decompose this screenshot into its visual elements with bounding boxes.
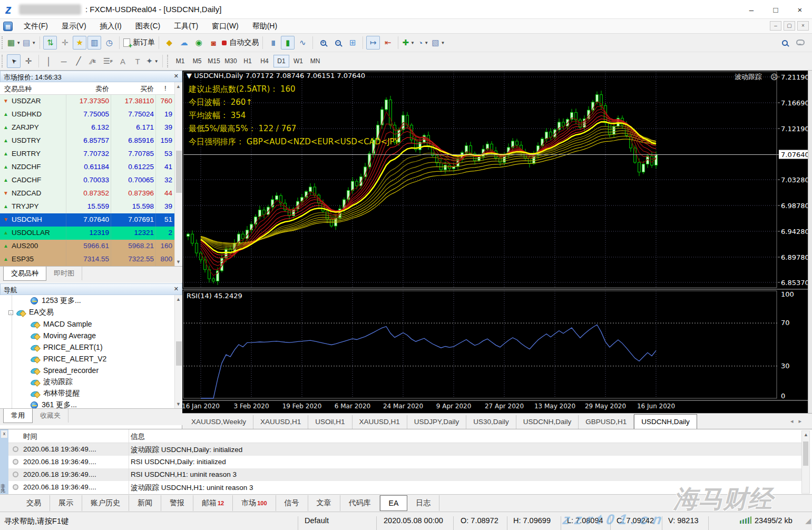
navigator-item[interactable]: Spread_recorder bbox=[0, 365, 174, 376]
market-watch-row[interactable]: ▲USDOLLAR12319123212 bbox=[0, 227, 174, 240]
child-restore-icon[interactable]: ▢ bbox=[784, 21, 795, 31]
child-minimize-icon[interactable]: – bbox=[770, 21, 781, 31]
navigator-item[interactable]: 1253 更多... bbox=[0, 295, 174, 307]
market-store-button[interactable]: ◙ bbox=[207, 36, 220, 50]
market-watch-row[interactable]: ▲ZARJPY6.1326.17139 bbox=[0, 121, 174, 134]
chart-tab-4[interactable]: USDJPY,Daily bbox=[407, 415, 466, 429]
col-message[interactable]: 信息 bbox=[131, 432, 145, 441]
zoom-in-button[interactable]: + bbox=[316, 36, 330, 50]
terminal-tab-信号[interactable]: 信号 bbox=[276, 495, 308, 511]
col-ask[interactable]: 买价 bbox=[125, 84, 154, 94]
navigator-item[interactable]: PRICE_ALERT_V2 bbox=[0, 353, 174, 365]
metaeditor-button[interactable]: ◆ bbox=[162, 36, 176, 50]
scrollbar-thumb[interactable] bbox=[176, 341, 182, 366]
auto-scroll-button[interactable]: ↦ bbox=[366, 36, 380, 50]
new-chart-button[interactable]: ▦▼ bbox=[7, 36, 21, 50]
vertical-line-button[interactable]: │ bbox=[42, 54, 56, 68]
navigator-toggle-button[interactable]: ★ bbox=[73, 36, 86, 50]
navigator-item[interactable]: 布林带提醒 bbox=[0, 388, 174, 399]
col-time[interactable]: 时间 bbox=[23, 432, 37, 441]
terminal-tab-展示[interactable]: 展示 bbox=[50, 495, 82, 511]
navigator-item[interactable]: MACD Sample bbox=[0, 318, 174, 330]
chart-tab-7[interactable]: GBPUSD,H1 bbox=[579, 415, 634, 429]
navigator-scrollbar[interactable]: ▲ ▼ bbox=[174, 295, 182, 408]
timeframe-m15-button[interactable]: M15 bbox=[206, 55, 222, 67]
timeframe-h4-button[interactable]: H4 bbox=[257, 55, 272, 67]
scroll-up-icon[interactable]: ▲ bbox=[804, 432, 808, 437]
terminal-row[interactable]: 2020.06.18 19:36:49....RSI USDCNH,H1: un… bbox=[8, 468, 801, 481]
child-close-icon[interactable]: × bbox=[797, 21, 809, 31]
scroll-down-icon[interactable]: ▼ bbox=[176, 401, 181, 407]
data-window-button[interactable]: ✛ bbox=[58, 36, 72, 50]
price-chart[interactable]: 7.211907.166907.121907.076407.032806.987… bbox=[182, 71, 808, 413]
col-symbol[interactable]: 交易品种 bbox=[4, 84, 32, 94]
navigator-item[interactable]: Moving Average bbox=[0, 330, 174, 341]
terminal-scrollbar[interactable]: ▲ bbox=[801, 430, 810, 494]
terminal-row[interactable]: 2020.06.18 19:36:49....波动跟踪 USDCNH,H1: u… bbox=[8, 481, 801, 494]
equidistant-channel-button[interactable]: ⁄⁄E bbox=[86, 54, 100, 68]
menu-item-1[interactable]: 显示(V) bbox=[55, 19, 93, 33]
terminal-tab-邮箱[interactable]: 邮箱12 bbox=[193, 495, 233, 511]
crosshair-button[interactable]: ✛ bbox=[22, 54, 35, 68]
profiles-button[interactable]: ▤▼ bbox=[22, 36, 36, 50]
chart-shift-button[interactable]: ⇤ bbox=[381, 36, 395, 50]
chart-tab-1[interactable]: XAUUSD,H1 bbox=[253, 415, 308, 429]
market-watch-row[interactable]: ▼USDZAR17.3735017.38110760 bbox=[0, 95, 174, 108]
search-icon[interactable] bbox=[782, 40, 788, 46]
text-button[interactable]: A bbox=[116, 54, 130, 68]
market-watch-row[interactable]: ▲ESP357314.557322.55800 bbox=[0, 253, 174, 266]
close-button[interactable]: × bbox=[788, 0, 812, 19]
tree-collapse-icon[interactable]: - bbox=[8, 310, 13, 315]
terminal-tab-日志[interactable]: 日志 bbox=[407, 495, 439, 511]
market-watch-toggle-button[interactable]: ⇅ bbox=[43, 36, 57, 50]
timeframe-mn-button[interactable]: MN bbox=[307, 55, 323, 67]
timeframe-m5-button[interactable]: M5 bbox=[189, 55, 205, 67]
periods-button[interactable]: ◔▼ bbox=[416, 36, 430, 50]
tile-windows-button[interactable]: ⊞ bbox=[346, 36, 359, 50]
terminal-toggle-button[interactable]: ▥ bbox=[87, 36, 101, 50]
market-watch-close-icon[interactable]: ✕ bbox=[174, 73, 179, 80]
zoom-out-button[interactable]: − bbox=[331, 36, 345, 50]
chart-bars-button[interactable]: ||| bbox=[266, 36, 280, 50]
navigator-item[interactable]: 361 更多... bbox=[0, 399, 174, 408]
timeframe-h1-button[interactable]: H1 bbox=[240, 55, 256, 67]
chart-tab-0[interactable]: XAUUSD,Weekly bbox=[184, 415, 253, 429]
scroll-down-icon[interactable]: ▼ bbox=[176, 259, 181, 264]
terminal-tab-EA[interactable]: EA bbox=[380, 495, 408, 511]
chart-tab-6[interactable]: USDCNH,Daily bbox=[516, 415, 579, 429]
chart-tab-2[interactable]: USOil,H1 bbox=[308, 415, 352, 429]
arrows-button[interactable]: ✦▼ bbox=[145, 54, 159, 68]
indicators-button[interactable]: ✚▼ bbox=[402, 36, 415, 50]
timeframe-m1-button[interactable]: M1 bbox=[172, 55, 188, 67]
terminal-close-icon[interactable]: x bbox=[1, 430, 7, 438]
scrollbar-thumb[interactable] bbox=[803, 441, 808, 466]
terminal-tab-新闻[interactable]: 新闻 bbox=[129, 495, 161, 511]
market-watch-row[interactable]: ▲CADCHF0.700330.7006532 bbox=[0, 174, 174, 187]
market-watch-row[interactable]: ▲TRYJPY15.55915.59839 bbox=[0, 200, 174, 213]
market-watch-tab-交易品种[interactable]: 交易品种 bbox=[3, 267, 46, 281]
terminal-tab-市场[interactable]: 市场100 bbox=[233, 495, 276, 511]
navigator-close-icon[interactable]: ✕ bbox=[174, 286, 179, 292]
templates-button[interactable]: ▧▼ bbox=[431, 36, 445, 50]
market-watch-tab-即时图[interactable]: 即时图 bbox=[46, 267, 82, 280]
signals-button[interactable]: ◉ bbox=[192, 36, 206, 50]
scroll-up-icon[interactable]: ▲ bbox=[176, 84, 181, 89]
chart-tab-5[interactable]: US30,Daily bbox=[466, 415, 516, 429]
autotrade-button[interactable]: 自动交易 bbox=[221, 36, 259, 50]
horizontal-line-button[interactable]: ─ bbox=[57, 54, 71, 68]
maximize-button[interactable]: □ bbox=[764, 0, 788, 19]
market-watch-row[interactable]: ▲USDTRY6.857576.85916159 bbox=[0, 134, 174, 148]
market-watch-row[interactable]: ▲AUS2005966.615968.21160 bbox=[0, 240, 174, 253]
terminal-tab-交易[interactable]: 交易 bbox=[18, 495, 50, 511]
chart-candles-button[interactable]: ▮ bbox=[281, 36, 295, 50]
terminal-tab-账户历史[interactable]: 账户历史 bbox=[82, 495, 129, 511]
terminal-tab-警报[interactable]: 警报 bbox=[161, 495, 193, 511]
minimize-button[interactable]: – bbox=[739, 0, 764, 19]
menu-item-0[interactable]: 文件(F) bbox=[17, 19, 55, 33]
menu-item-2[interactable]: 插入(I) bbox=[93, 19, 129, 33]
trendline-button[interactable]: ╱ bbox=[72, 54, 85, 68]
strategy-tester-button[interactable]: ◷ bbox=[102, 36, 116, 50]
chart-tabs-nav-icons[interactable]: ◂▸ bbox=[790, 418, 807, 425]
chart-line-button[interactable]: ∿ bbox=[296, 36, 309, 50]
navigator-tab-收藏夹[interactable]: 收藏夹 bbox=[33, 409, 69, 423]
